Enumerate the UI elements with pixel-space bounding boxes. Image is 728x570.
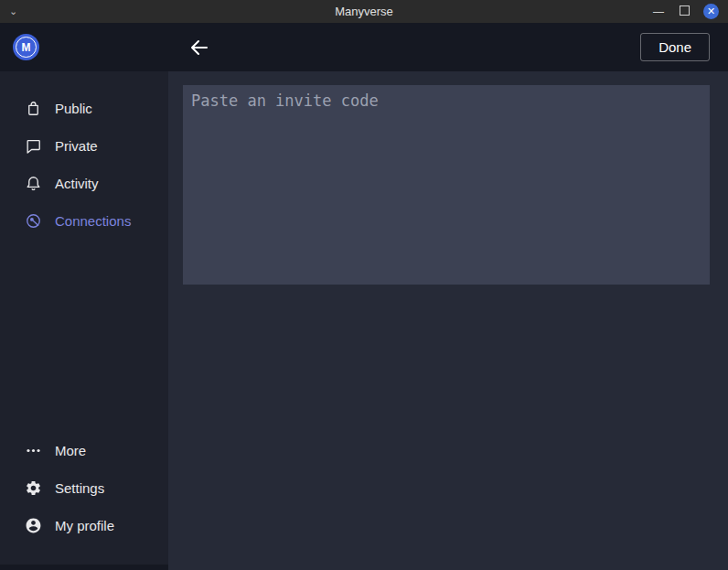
profile-icon [25,517,42,534]
sidebar-item-label: More [55,444,86,457]
restore-button[interactable] [678,5,691,18]
sidebar: Public Private Activity [0,71,168,565]
sidebar-item-public[interactable]: Public [0,90,168,127]
sidebar-item-label: Settings [55,481,104,495]
more-icon [25,442,42,459]
back-arrow-icon [188,37,210,59]
titlebar-menu-chevron-icon[interactable]: ⌄ [9,6,17,16]
manyverse-logo[interactable]: M [13,34,39,60]
sidebar-spacer [0,240,168,432]
restore-icon [680,5,690,16]
connections-icon [25,212,42,230]
titlebar: ⌄ Manyverse — ✕ [0,0,728,23]
private-icon [25,137,42,155]
sidebar-item-label: Private [55,139,98,153]
activity-icon [25,175,42,192]
sidebar-item-my-profile[interactable]: My profile [0,507,168,544]
sidebar-item-activity[interactable]: Activity [0,165,168,202]
manyverse-window: ⌄ Manyverse — ✕ M Done Pu [0,0,728,570]
invite-code-input[interactable] [183,85,710,285]
main-content [168,71,728,570]
manyverse-logo-letter: M [16,37,37,58]
sidebar-item-connections[interactable]: Connections [0,202,168,240]
sidebar-item-label: My profile [55,519,114,532]
done-button[interactable]: Done [640,33,710,61]
public-icon [25,100,42,117]
window-title: Manyverse [0,5,728,18]
sidebar-item-label: Connections [55,214,131,228]
sidebar-item-settings[interactable]: Settings [0,469,168,507]
sidebar-item-label: Public [55,102,92,115]
sidebar-item-label: Activity [55,177,99,190]
body: Public Private Activity [0,71,728,570]
sidebar-item-private[interactable]: Private [0,127,168,165]
minimize-button[interactable]: — [652,5,665,18]
logo-zone: M [0,34,168,60]
sidebar-item-more[interactable]: More [0,432,168,469]
settings-icon [25,479,42,497]
window-controls: — ✕ [652,4,728,19]
back-button[interactable] [186,34,213,61]
close-button[interactable]: ✕ [703,4,719,19]
app-header: M Done [0,23,728,71]
